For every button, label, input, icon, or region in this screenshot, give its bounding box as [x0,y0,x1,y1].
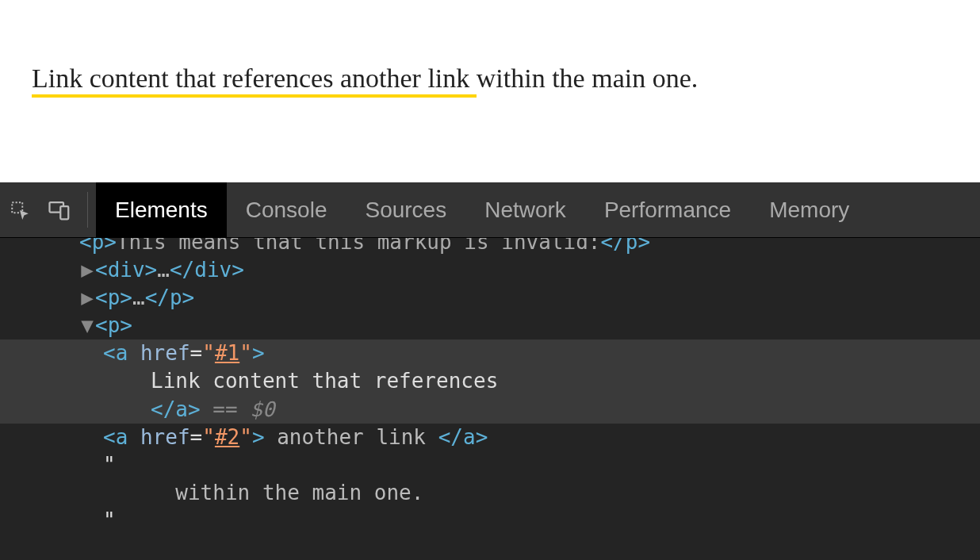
tab-memory-label: Memory [769,198,849,223]
tag-open-a: <a [103,425,140,449]
tab-performance-label: Performance [604,198,731,223]
expand-arrow-right-icon[interactable]: ▶ [79,256,95,284]
equals-sign: = [190,425,203,449]
dom-row[interactable]: within the main one. [0,479,980,507]
devtools-toolbar: Elements Console Sources Network Perform… [0,182,980,238]
ellipsis: … [157,258,170,282]
tab-console-label: Console [246,198,327,223]
dom-text: Link content that references [151,369,498,393]
rendered-page: Link content that references another lin… [0,0,980,182]
paragraph: Link content that references another lin… [32,59,948,98]
tag-open-p: <p> [95,313,132,337]
ellipsis: … [132,286,145,309]
equals-sign: = [190,341,203,365]
outer-link-text: Link content that references [32,63,340,93]
tab-console[interactable]: Console [227,182,346,237]
dollar-zero: $0 [250,397,274,421]
tag-close-div: </div> [170,258,244,282]
dom-text: within the main one. [151,481,423,504]
expand-arrow-down-icon[interactable]: ▼ [79,312,95,339]
dom-tree[interactable]: <p>This means that this markup is invali… [0,238,980,560]
close-angle: > [252,425,265,449]
inner-link[interactable]: another link [340,63,477,98]
dom-row[interactable]: <a href="#2"> another link </a> [0,424,980,451]
inspect-element-icon[interactable] [0,182,40,237]
expand-arrow-right-icon[interactable]: ▶ [79,284,95,312]
dom-row-selected[interactable]: </a> == $0 [0,396,980,424]
close-angle: > [252,341,265,365]
attr-value-href[interactable]: #1 [215,341,239,365]
devtools-panel: Elements Console Sources Network Perform… [0,182,980,560]
tag-close-a: </a> [438,425,488,449]
tag-close-p: </p> [145,286,195,309]
tab-elements-label: Elements [115,198,208,223]
dom-row[interactable]: <p>This means that this markup is invali… [0,238,980,256]
tab-sources-label: Sources [365,198,446,223]
dom-row[interactable]: " [0,507,980,535]
dom-row[interactable]: ▼<p> [0,312,980,339]
tag-open-p: <p> [79,238,117,254]
outer-link[interactable]: Link content that references [32,63,340,98]
quote-char: " [103,508,116,532]
tab-performance[interactable]: Performance [585,182,750,237]
tag-open-p: <p> [95,286,132,309]
quote-char: " [103,453,116,477]
quote-char: " [239,425,252,449]
attr-value-href[interactable]: #2 [215,425,239,449]
tag-open-div: <div> [95,258,157,282]
attr-name-href: href [140,341,190,365]
dom-row[interactable]: ▶<div>…</div> [0,256,980,284]
inner-link-text: another link [340,63,477,93]
device-toggle-icon[interactable] [40,182,79,237]
dom-row[interactable]: " [0,451,980,479]
quote-char: " [239,341,252,365]
toolbar-divider [87,192,88,228]
dom-row[interactable]: ▶<p>…</p> [0,284,980,312]
tab-network-label: Network [484,198,566,223]
dom-text: This means that this markup is invalid: [117,238,600,254]
tab-memory[interactable]: Memory [750,182,868,237]
tag-close-p: </p> [600,238,650,254]
svg-rect-2 [60,206,68,219]
dom-text: another link [265,425,438,449]
plain-text: within the main one. [477,63,699,93]
quote-char: " [202,425,215,449]
attr-name-href: href [140,425,190,449]
tab-network[interactable]: Network [465,182,585,237]
tab-sources[interactable]: Sources [346,182,465,237]
dom-row-selected[interactable]: <a href="#1"> [0,339,980,367]
dom-row-selected[interactable]: Link content that references [0,367,980,395]
quote-char: " [202,341,215,365]
selection-marker: == [201,397,251,421]
tag-open-a: <a [103,341,140,365]
tag-close-a: </a> [151,397,201,421]
tab-elements[interactable]: Elements [96,182,227,237]
